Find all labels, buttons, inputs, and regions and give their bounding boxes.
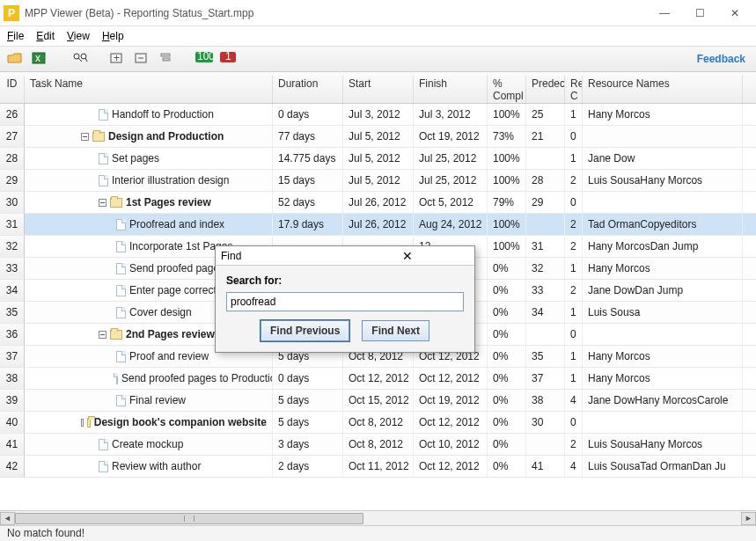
search-input[interactable]	[226, 292, 464, 311]
toggle-icon[interactable]	[81, 133, 89, 141]
cell-finish: Oct 12, 2012	[414, 412, 488, 433]
cell-complete: 100%	[488, 214, 526, 235]
maximize-button[interactable]: ☐	[682, 1, 717, 26]
table-row[interactable]: 26Handoff to Production0 daysJul 3, 2012…	[0, 104, 756, 126]
cell-pred: 37	[526, 368, 565, 389]
cell-rec: 0	[565, 126, 583, 147]
cell-resources: Luis SousaHany Morcos	[583, 434, 743, 455]
cell-resources: Jane DowDan Jump	[583, 280, 743, 301]
cell-id: 33	[0, 258, 25, 279]
col-duration[interactable]: Duration	[273, 76, 343, 103]
col-start[interactable]: Start	[343, 76, 414, 103]
table-row[interactable]: 41Create mockup3 daysOct 8, 2012Oct 10, …	[0, 434, 756, 456]
table-row[interactable]: 27Design and Production77 daysJul 5, 201…	[0, 126, 756, 148]
folder-icon	[110, 330, 122, 340]
cell-finish: Oct 12, 2012	[414, 456, 488, 477]
cell-pred: 28	[526, 170, 565, 191]
cell-complete: 0%	[488, 258, 526, 279]
col-predecessors[interactable]: Predec	[526, 76, 565, 103]
table-row[interactable]: 39Final review5 daysOct 15, 2012Oct 19, …	[0, 390, 756, 412]
cell-id: 35	[0, 302, 25, 323]
collapse-icon[interactable]	[134, 52, 150, 66]
minimize-button[interactable]: —	[647, 1, 682, 26]
menu-edit[interactable]: Edit	[36, 30, 55, 42]
cell-pred	[526, 324, 565, 345]
cell-start: Jul 5, 2012	[343, 148, 414, 169]
badge-100-icon[interactable]: 100	[195, 52, 211, 66]
col-taskname[interactable]: Task Name	[25, 76, 273, 103]
cell-pred: 25	[526, 104, 565, 125]
close-icon[interactable]: ✕	[345, 249, 469, 263]
cell-id: 37	[0, 346, 25, 367]
col-complete[interactable]: % Compl	[488, 76, 526, 103]
cell-rec: 0	[565, 192, 583, 213]
find-next-button[interactable]: Find Next	[362, 320, 429, 341]
cell-resources	[583, 412, 743, 433]
cell-start: Jul 3, 2012	[343, 104, 414, 125]
table-row[interactable]: 301st Pages review52 daysJul 26, 2012Oct…	[0, 192, 756, 214]
find-icon[interactable]	[72, 52, 88, 66]
menu-file[interactable]: File	[7, 30, 24, 42]
cell-start: Oct 15, 2012	[343, 390, 414, 411]
table-row[interactable]: 40Design book's companion website5 daysO…	[0, 412, 756, 434]
cell-finish: Oct 10, 2012	[414, 434, 488, 455]
cell-pred: 29	[526, 192, 565, 213]
table-row[interactable]: 29Interior illustration design15 daysJul…	[0, 170, 756, 192]
toggle-icon[interactable]	[99, 331, 106, 339]
open-icon[interactable]	[7, 52, 23, 66]
cell-rec: 0	[565, 324, 583, 345]
scroll-right-arrow[interactable]: ►	[741, 512, 756, 525]
cell-pred	[526, 148, 565, 169]
horizontal-scrollbar[interactable]: ◄ ►	[0, 510, 756, 525]
cell-taskname: Design book's companion website	[25, 412, 273, 433]
page-icon	[116, 219, 126, 230]
cell-rec: 1	[565, 104, 583, 125]
scroll-thumb[interactable]	[15, 513, 363, 524]
cell-finish: Aug 24, 2012	[414, 214, 488, 235]
col-finish[interactable]: Finish	[414, 76, 488, 103]
cell-complete: 79%	[488, 192, 526, 213]
feedback-link[interactable]: Feedback	[697, 53, 749, 65]
badge-1-icon[interactable]: 1	[220, 52, 236, 66]
cell-resources	[583, 324, 743, 345]
expand-icon[interactable]: +	[109, 52, 125, 66]
cell-duration: 0 days	[273, 368, 343, 389]
cell-rec: 2	[565, 236, 583, 257]
cell-id: 40	[0, 412, 25, 433]
cell-resources: Hany MorcosDan Jump	[583, 236, 743, 257]
cell-id: 42	[0, 456, 25, 477]
find-previous-button[interactable]: Find Previous	[261, 320, 349, 341]
scroll-left-arrow[interactable]: ◄	[0, 512, 15, 525]
cell-taskname: Interior illustration design	[25, 170, 273, 191]
folder-icon	[110, 198, 122, 208]
table-row[interactable]: 28Set pages14.775 daysJul 5, 2012Jul 25,…	[0, 148, 756, 170]
close-button[interactable]: ✕	[717, 1, 752, 26]
window-title: MPP Viewer (Beta) - Reporting Status_Sta…	[25, 7, 647, 19]
cell-rec: 2	[565, 434, 583, 455]
cell-resources: Luis SousaHany Morcos	[583, 170, 743, 191]
cell-pred: 32	[526, 258, 565, 279]
table-row[interactable]: 42Review with author2 daysOct 11, 2012Oc…	[0, 456, 756, 478]
table-row[interactable]: 38Send proofed pages to Production0 days…	[0, 368, 756, 390]
cell-id: 39	[0, 390, 25, 411]
page-icon	[116, 241, 126, 252]
cell-taskname: Set pages	[25, 148, 273, 169]
cell-duration: 5 days	[273, 412, 343, 433]
cell-rec: 2	[565, 214, 583, 235]
col-rec[interactable]: Re C	[565, 76, 583, 103]
outline-icon[interactable]	[158, 52, 174, 66]
page-icon	[116, 263, 126, 274]
cell-rec: 1	[565, 346, 583, 367]
export-excel-icon[interactable]: x	[32, 52, 48, 66]
col-id[interactable]: ID	[0, 76, 25, 103]
col-resources[interactable]: Resource Names	[583, 76, 743, 103]
cell-duration: 3 days	[273, 434, 343, 455]
cell-rec: 2	[565, 280, 583, 301]
table-row[interactable]: 31Proofread and index17.9 daysJul 26, 20…	[0, 214, 756, 236]
toggle-icon[interactable]	[99, 199, 106, 207]
grid-header: ID Task Name Duration Start Finish % Com…	[0, 72, 756, 104]
menu-view[interactable]: View	[67, 30, 90, 42]
cell-duration: 77 days	[273, 126, 343, 147]
menu-help[interactable]: Help	[102, 30, 124, 42]
toggle-icon[interactable]	[81, 419, 84, 427]
